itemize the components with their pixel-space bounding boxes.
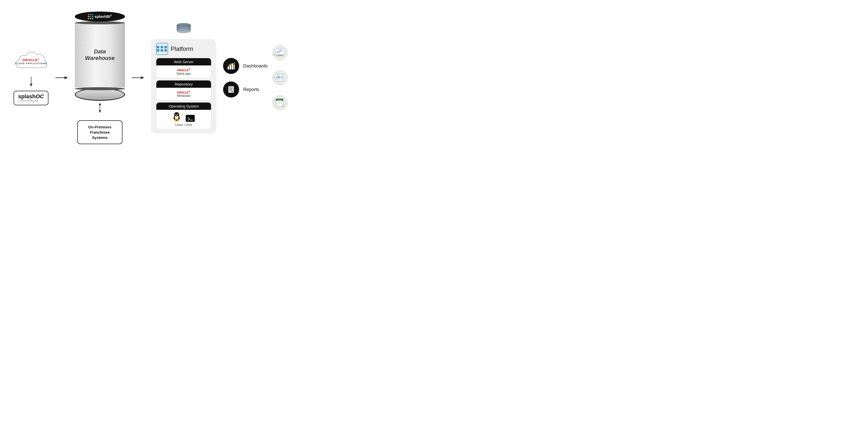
webserver-header: Web Server: [156, 58, 211, 65]
tux-icon: [173, 112, 181, 122]
oracle-brand: ORACLE®: [15, 58, 47, 62]
webserver-card: Web Server ORACLE® WebLogic: [156, 58, 211, 78]
svg-rect-41: [276, 48, 284, 55]
svg-point-23: [178, 114, 178, 114]
svg-rect-34: [234, 64, 235, 69]
dot-red: [88, 14, 89, 15]
dashboards-row: Dashboards: [223, 58, 268, 74]
dot-green: [90, 14, 91, 15]
dot-blue: [92, 14, 93, 15]
svg-point-61: [284, 107, 284, 107]
svg-rect-25: [175, 119, 176, 121]
on-premises-line2: Franchisee Systems: [83, 130, 117, 140]
on-premises-line1: On-Premises: [83, 124, 117, 130]
svg-rect-43: [279, 55, 281, 56]
linux-label: Linux / Unix: [159, 123, 209, 127]
os-body: Linux / Unix: [156, 110, 211, 129]
oracle-webserver-brand: ORACLE®: [159, 68, 209, 72]
svg-point-15: [177, 29, 191, 33]
splashoc-title: splashOC: [18, 94, 44, 99]
reports-label: Reports: [243, 87, 259, 92]
svg-rect-26: [177, 119, 179, 121]
output-circle-3: XLS: [273, 95, 287, 110]
svg-text:XLS: XLS: [278, 99, 281, 101]
svg-rect-32: [229, 65, 231, 69]
down-arrow-1: [29, 77, 33, 87]
outputs-right: XLS: [273, 45, 287, 110]
outputs-section: Dashboards Reports: [223, 45, 287, 110]
svg-marker-3: [64, 76, 68, 79]
right-arrow-2: [132, 75, 144, 80]
right-arrow-1: [56, 75, 68, 80]
svg-point-46: [280, 80, 281, 81]
os-card: Operating System: [156, 102, 211, 129]
oracle-cloud-label: ORACLE® CLOUD APPLICATIONS: [15, 58, 47, 64]
cylinder-top: splashBI®: [75, 11, 125, 22]
splashbi-logo: splashBI®: [88, 14, 112, 19]
outputs-left: Dashboards Reports: [223, 58, 268, 98]
cylinder: splashBI® Data Warehouse: [75, 11, 125, 101]
architecture-diagram: ORACLE® CLOUD APPLICATIONS splashOC ⌐ DA…: [0, 0, 301, 156]
svg-marker-1: [30, 84, 32, 87]
svg-marker-8: [141, 76, 144, 79]
platform-section: Platform Web Server ORACLE® WebLogic Rep…: [151, 39, 216, 133]
svg-point-58: [283, 106, 283, 106]
platform-title: Platform: [170, 45, 193, 53]
platform-container: Platform Web Server ORACLE® WebLogic Rep…: [151, 22, 216, 133]
svg-rect-45: [278, 75, 282, 79]
repository-header: Repository: [156, 80, 211, 88]
terminal-icon: [186, 115, 195, 122]
dot-orange: [88, 18, 89, 19]
splash-dots: [88, 14, 93, 19]
dot-lightgreen: [92, 18, 93, 19]
reports-circle: [223, 81, 239, 98]
webserver-body: ORACLE® WebLogic: [156, 65, 211, 78]
data-warehouse-section: splashBI® Data Warehouse On-Premis: [75, 11, 125, 144]
oracle-cloud-section: ORACLE® CLOUD APPLICATIONS splashOC ⌐ DA…: [13, 50, 49, 105]
metadata-label: Metadata: [159, 94, 209, 98]
cylinder-seam-1: [75, 21, 125, 24]
svg-point-35: [234, 62, 235, 63]
layers-icon-top: [175, 22, 192, 37]
svg-marker-6: [99, 110, 101, 113]
cloud-shape: ORACLE® CLOUD APPLICATIONS: [13, 50, 49, 73]
linux-icons: [159, 112, 209, 122]
weblogic-label: WebLogic: [159, 72, 209, 75]
dashboards-circle: [223, 58, 239, 74]
output-circle-1: [273, 45, 287, 60]
svg-point-59: [284, 106, 284, 106]
splashbi-text: splashBI®: [95, 14, 112, 19]
platform-logo-icon: [156, 43, 168, 55]
svg-marker-5: [99, 103, 101, 105]
dot-cyan: [92, 16, 93, 17]
splashoc-pipeline: ⌐ DATA PIPELINE: [18, 99, 44, 102]
svg-rect-31: [227, 66, 229, 69]
dashboards-label: Dashboards: [243, 63, 268, 69]
splashoc-box: splashOC ⌐ DATA PIPELINE: [13, 91, 49, 105]
repository-card: Repository ORACLE® Metadata: [156, 80, 211, 101]
svg-point-24: [176, 115, 178, 116]
svg-rect-36: [228, 86, 234, 93]
dot-magenta: [90, 16, 91, 17]
platform-header: Platform: [156, 43, 193, 55]
cylinder-seam-2: [75, 87, 125, 90]
dot-yellow: [88, 16, 89, 17]
reports-row: Reports: [223, 81, 259, 98]
os-header: Operating System: [156, 103, 211, 110]
cylinder-body: Data Warehouse: [75, 22, 125, 88]
updown-arrow: [97, 103, 102, 113]
oracle-repo-brand: ORACLE®: [159, 90, 209, 94]
on-premises-box: On-Premises Franchisee Systems: [77, 120, 122, 144]
dw-label: Data Warehouse: [85, 48, 115, 61]
output-circle-2: [273, 70, 287, 85]
svg-point-22: [176, 114, 176, 114]
repository-body: ORACLE® Metadata: [156, 88, 211, 100]
dot-lightblue: [90, 18, 91, 19]
svg-point-60: [283, 107, 283, 107]
